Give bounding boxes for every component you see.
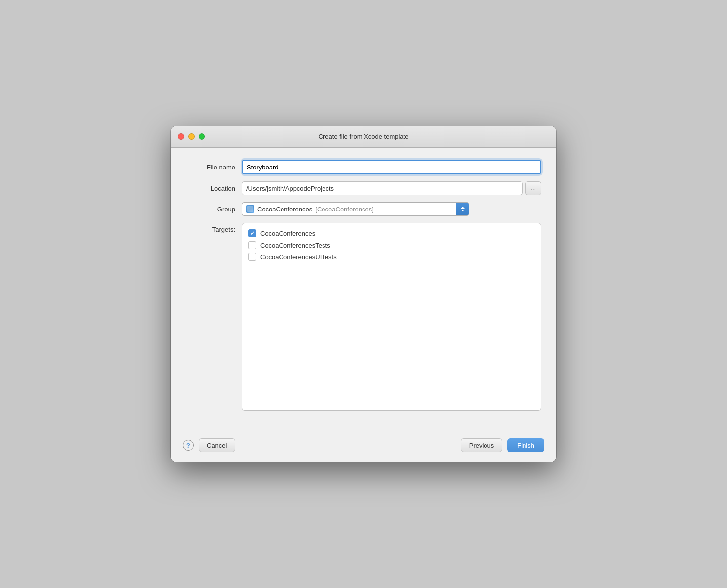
target-label-3: CocoaConferencesUITests bbox=[260, 253, 337, 261]
file-name-row: File name bbox=[186, 160, 541, 174]
location-label: Location bbox=[186, 185, 235, 192]
group-spinner[interactable] bbox=[456, 202, 469, 216]
target-checkbox-2[interactable] bbox=[248, 241, 256, 249]
maximize-button[interactable] bbox=[199, 133, 205, 140]
title-bar: Create file from Xcode template bbox=[171, 126, 556, 148]
browse-button[interactable]: ... bbox=[525, 181, 541, 195]
spinner-up-icon bbox=[461, 207, 465, 209]
group-row: Group CocoaConferences [CocoaConferences… bbox=[186, 202, 541, 216]
window-title: Create file from Xcode template bbox=[319, 133, 409, 140]
minimize-button[interactable] bbox=[188, 133, 195, 140]
dialog-footer: ? Cancel Previous Finish bbox=[171, 432, 556, 462]
group-secondary: [CocoaConferences] bbox=[315, 206, 374, 213]
previous-button[interactable]: Previous bbox=[461, 438, 503, 452]
dialog-content: File name Location ... Group CocoaConfer… bbox=[171, 148, 556, 432]
list-item: CocoaConferencesUITests bbox=[242, 251, 541, 263]
group-icon bbox=[246, 205, 254, 213]
group-value: CocoaConferences bbox=[257, 206, 312, 213]
target-label-1: CocoaConferences bbox=[260, 230, 315, 237]
targets-section: Targets: CocoaConferences CocoaConferenc… bbox=[186, 223, 541, 422]
window-controls bbox=[178, 133, 205, 140]
location-input[interactable] bbox=[242, 181, 523, 195]
target-checkbox-3[interactable] bbox=[248, 253, 256, 261]
group-select-wrapper: CocoaConferences [CocoaConferences] bbox=[242, 202, 469, 216]
cancel-button[interactable]: Cancel bbox=[199, 438, 235, 452]
finish-button[interactable]: Finish bbox=[507, 438, 544, 452]
target-label-2: CocoaConferencesTests bbox=[260, 242, 330, 249]
target-checkbox-1[interactable] bbox=[248, 229, 256, 237]
group-label: Group bbox=[186, 206, 235, 213]
location-row-inner: ... bbox=[242, 181, 541, 195]
footer-left: ? Cancel bbox=[183, 438, 235, 452]
targets-list: CocoaConferences CocoaConferencesTests C… bbox=[242, 223, 541, 411]
targets-label: Targets: bbox=[186, 223, 235, 233]
list-item: CocoaConferencesTests bbox=[242, 239, 541, 251]
dialog-window: Create file from Xcode template File nam… bbox=[171, 126, 556, 462]
close-button[interactable] bbox=[178, 133, 184, 140]
spinner-down-icon bbox=[461, 210, 465, 211]
location-row: Location ... bbox=[186, 181, 541, 195]
help-button[interactable]: ? bbox=[183, 440, 194, 451]
file-name-label: File name bbox=[186, 164, 235, 171]
list-item: CocoaConferences bbox=[242, 227, 541, 239]
file-name-input[interactable] bbox=[242, 160, 541, 174]
footer-right: Previous Finish bbox=[461, 438, 544, 452]
group-select-display[interactable]: CocoaConferences [CocoaConferences] bbox=[242, 202, 456, 216]
